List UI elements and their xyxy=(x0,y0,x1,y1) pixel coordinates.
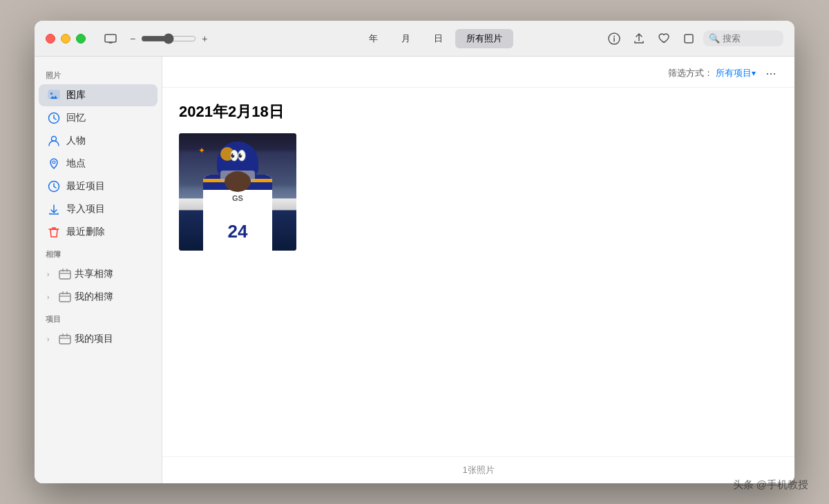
sidebar-item-library[interactable]: 图库 xyxy=(39,84,158,106)
sidebar-item-memories[interactable]: 回忆 xyxy=(39,107,158,129)
filter-chevron-icon[interactable]: ▾ xyxy=(752,68,756,78)
sidebar-item-my-album[interactable]: › 我的相簿 xyxy=(39,286,158,308)
view-day-button[interactable]: 日 xyxy=(423,29,454,48)
chevron-icon: › xyxy=(47,271,55,278)
sidebar-item-memories-label: 回忆 xyxy=(66,112,86,124)
sidebar-item-library-label: 图库 xyxy=(66,89,86,101)
sidebar-item-my-project-label: 我的项目 xyxy=(75,333,113,345)
content-area: 筛选方式： 所有项目 ▾ ··· 2021年2月18日 xyxy=(162,57,794,483)
more-options-button[interactable]: ··· xyxy=(761,64,781,83)
chevron-icon: › xyxy=(47,336,55,343)
search-input[interactable] xyxy=(723,33,778,43)
zoom-in-button[interactable]: + xyxy=(199,32,210,46)
zoom-slider-container: − + xyxy=(127,32,210,46)
view-all-button[interactable]: 所有照片 xyxy=(455,29,513,48)
sidebar-item-people-label: 人物 xyxy=(66,135,86,147)
sidebar-section-project-label: 项目 xyxy=(35,309,162,327)
sidebar-item-deleted-label: 最近删除 xyxy=(66,226,105,238)
content-footer: 1张照片 xyxy=(162,456,794,483)
svg-rect-6 xyxy=(685,35,693,43)
slideshow-icon[interactable] xyxy=(99,28,122,50)
filter-value[interactable]: 所有项目 xyxy=(716,67,752,79)
svg-rect-13 xyxy=(59,271,70,279)
svg-point-5 xyxy=(613,35,615,37)
recent-icon xyxy=(47,180,61,193)
sidebar: 照片 图库 回忆 xyxy=(35,57,162,483)
sidebar-item-people[interactable]: 人物 xyxy=(39,130,158,152)
svg-rect-0 xyxy=(105,35,116,42)
search-icon: 🔍 xyxy=(709,33,720,43)
svg-point-11 xyxy=(53,161,55,164)
minimize-button[interactable] xyxy=(61,34,70,43)
sidebar-item-recent-label: 最近项目 xyxy=(66,180,105,193)
toolbar-center: 年 月 日 所有照片 xyxy=(267,29,604,48)
sidebar-item-import-label: 导入项目 xyxy=(66,203,105,215)
sidebar-item-deleted[interactable]: 最近删除 xyxy=(39,221,158,243)
sidebar-section-library-label: 照片 xyxy=(35,65,162,84)
sidebar-item-recent[interactable]: 最近项目 xyxy=(39,175,158,197)
library-icon xyxy=(47,88,61,102)
search-box: 🔍 xyxy=(703,30,783,46)
my-project-icon xyxy=(58,332,72,346)
memories-icon xyxy=(47,111,61,125)
deleted-icon xyxy=(47,225,61,239)
places-icon xyxy=(47,157,61,171)
shared-album-icon xyxy=(58,267,72,281)
filter-label: 筛选方式： xyxy=(668,67,713,79)
sidebar-item-my-album-label: 我的相簿 xyxy=(75,291,113,303)
my-album-icon xyxy=(58,290,72,304)
people-icon xyxy=(47,134,61,148)
date-heading: 2021年2月18日 xyxy=(179,101,778,122)
zoom-out-button[interactable]: − xyxy=(127,32,138,46)
chevron-icon: › xyxy=(47,293,55,301)
svg-rect-7 xyxy=(48,90,59,99)
maximize-button[interactable] xyxy=(76,34,86,43)
photo-grid: 24 GS xyxy=(179,133,778,251)
view-month-button[interactable]: 月 xyxy=(390,29,421,48)
traffic-lights xyxy=(46,34,86,43)
toolbar-right: 🔍 xyxy=(604,28,783,49)
svg-rect-15 xyxy=(59,336,70,344)
info-icon[interactable] xyxy=(604,28,625,49)
content-scroll: 2021年2月18日 xyxy=(162,88,794,456)
close-button[interactable] xyxy=(46,34,55,43)
rotate-icon[interactable] xyxy=(678,28,699,49)
svg-rect-14 xyxy=(59,293,70,302)
favorite-icon[interactable] xyxy=(654,28,674,49)
sidebar-section-album-label: 相簿 xyxy=(35,244,162,262)
sidebar-item-import[interactable]: 导入项目 xyxy=(39,198,158,220)
sidebar-item-my-project[interactable]: › 我的项目 xyxy=(39,328,158,350)
share-icon[interactable] xyxy=(629,28,649,49)
sidebar-item-places[interactable]: 地点 xyxy=(39,153,158,175)
content-header: 筛选方式： 所有项目 ▾ ··· xyxy=(162,57,794,88)
main-layout: 照片 图库 回忆 xyxy=(35,57,794,483)
svg-point-8 xyxy=(50,93,53,95)
sidebar-item-shared-album-label: 共享相簿 xyxy=(75,268,113,280)
zoom-slider[interactable] xyxy=(141,33,196,44)
sidebar-item-shared-album[interactable]: › 共享相簿 xyxy=(39,263,158,285)
titlebar: − + 年 月 日 所有照片 xyxy=(35,21,794,57)
photo-thumbnail[interactable]: 24 GS xyxy=(179,133,296,251)
toolbar-left: − + xyxy=(99,28,267,50)
photo-count: 1张照片 xyxy=(462,465,494,475)
view-year-button[interactable]: 年 xyxy=(358,29,389,48)
sidebar-item-places-label: 地点 xyxy=(66,157,86,170)
import-icon xyxy=(47,202,61,216)
